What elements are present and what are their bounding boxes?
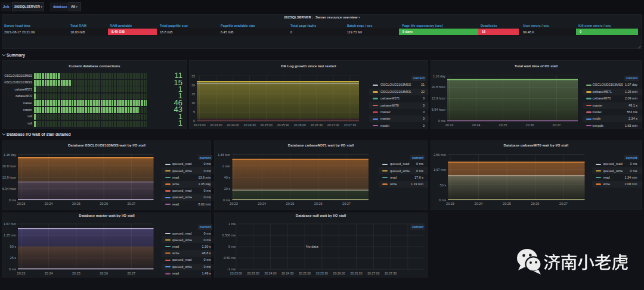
svg-text:20:26: 20:26	[100, 202, 108, 205]
svg-text:20:25:30: 20:25:30	[316, 271, 328, 275]
svg-text:20:23: 20:23	[17, 271, 26, 275]
svg-text:20:26: 20:26	[100, 271, 108, 275]
svg-text:20:24: 20:24	[45, 271, 53, 275]
svg-text:20:23:00: 20:23:00	[193, 123, 205, 126]
svg-text:6.94 hour: 6.94 hour	[432, 108, 445, 111]
svg-text:20:25: 20:25	[72, 271, 80, 275]
svg-text:-0.50 ms: -0.50 ms	[223, 256, 236, 260]
svg-text:20:25:30: 20:25:30	[277, 123, 289, 126]
svg-text:20:27:30: 20:27:30	[385, 271, 397, 275]
svg-text:20:27:30: 20:27:30	[344, 123, 356, 126]
svg-text:13.9 hour: 13.9 hour	[2, 176, 16, 179]
svg-text:13.9 hour: 13.9 hour	[432, 96, 445, 100]
svg-text:20:27:00: 20:27:00	[367, 271, 379, 275]
svg-text:20:24: 20:24	[474, 202, 482, 205]
svg-text:20:26: 20:26	[526, 123, 534, 126]
svg-text:20:26:00: 20:26:00	[333, 271, 345, 275]
svg-text:0.500 ms: 0.500 ms	[222, 233, 236, 237]
svg-text:25 s: 25 s	[10, 256, 17, 260]
svg-text:20:27: 20:27	[559, 202, 568, 205]
svg-text:-1 ms: -1 ms	[227, 267, 236, 271]
svg-text:15: 15	[191, 92, 195, 95]
svg-text:20:26:30: 20:26:30	[350, 271, 362, 275]
svg-text:20:23: 20:23	[230, 202, 238, 205]
svg-text:1.67 min: 1.67 min	[4, 222, 16, 226]
svg-text:50 s: 50 s	[10, 245, 17, 248]
svg-text:20:24:30: 20:24:30	[281, 271, 293, 275]
svg-text:0: 0	[193, 119, 195, 123]
svg-text:1.25 min: 1.25 min	[4, 233, 16, 237]
svg-text:20:25: 20:25	[286, 202, 295, 205]
svg-text:20:27: 20:27	[127, 271, 135, 275]
svg-text:20:23:30: 20:23:30	[210, 123, 222, 126]
svg-text:1 min: 1 min	[222, 164, 230, 168]
svg-text:20:23: 20:23	[446, 202, 454, 205]
svg-text:0 ms: 0 ms	[439, 198, 446, 202]
svg-text:20:26: 20:26	[314, 202, 323, 205]
svg-text:10: 10	[191, 101, 195, 104]
svg-text:20:24: 20:24	[45, 202, 53, 205]
svg-text:40 s: 40 s	[224, 176, 231, 179]
svg-text:2.50 min: 2.50 min	[433, 153, 445, 157]
svg-text:20.8 hour: 20.8 hour	[432, 85, 445, 89]
svg-text:20:25: 20:25	[503, 202, 511, 205]
svg-text:20:26:00: 20:26:00	[294, 123, 306, 126]
svg-text:20:25:00: 20:25:00	[261, 123, 273, 126]
svg-text:20:27: 20:27	[553, 123, 561, 126]
svg-text:20:24: 20:24	[258, 202, 266, 205]
svg-text:20:25: 20:25	[499, 123, 507, 126]
svg-text:20: 20	[191, 83, 195, 86]
svg-text:0 ms: 0 ms	[9, 267, 16, 271]
svg-text:1.67 min: 1.67 min	[433, 168, 445, 171]
svg-text:20:24:00: 20:24:00	[264, 271, 276, 275]
svg-text:20:26:30: 20:26:30	[311, 123, 323, 126]
svg-text:20:25: 20:25	[72, 202, 80, 205]
svg-text:0 ms: 0 ms	[223, 198, 230, 202]
svg-text:6.94 hour: 6.94 hour	[2, 187, 16, 191]
svg-text:20:25:00: 20:25:00	[299, 271, 311, 275]
svg-text:20:24: 20:24	[472, 123, 481, 126]
svg-text:20:23: 20:23	[445, 123, 454, 126]
svg-text:20:27:00: 20:27:00	[327, 123, 339, 126]
svg-text:1.16 day: 1.16 day	[4, 153, 16, 157]
svg-text:20:24:30: 20:24:30	[244, 123, 256, 126]
svg-text:1.33 min: 1.33 min	[218, 153, 230, 157]
svg-text:20:23:30: 20:23:30	[247, 271, 259, 275]
svg-text:20:23: 20:23	[17, 202, 26, 205]
svg-text:50 s: 50 s	[439, 183, 446, 187]
svg-text:20 s: 20 s	[224, 187, 231, 191]
svg-text:1.16 day: 1.16 day	[433, 74, 445, 77]
svg-text:0 ms: 0 ms	[9, 198, 16, 202]
svg-text:20:26: 20:26	[531, 202, 539, 205]
svg-text:0 ms: 0 ms	[228, 245, 236, 248]
svg-text:25: 25	[191, 74, 195, 77]
svg-text:20:23:00: 20:23:00	[230, 271, 242, 275]
svg-text:20:27: 20:27	[127, 202, 135, 205]
svg-text:5: 5	[193, 110, 195, 114]
svg-text:0 ms: 0 ms	[438, 119, 445, 123]
svg-text:20:24:00: 20:24:00	[227, 123, 239, 126]
svg-text:20.8 hour: 20.8 hour	[2, 164, 16, 168]
svg-text:1 ms: 1 ms	[228, 222, 236, 226]
svg-text:No data: No data	[306, 245, 318, 248]
svg-text:20:27: 20:27	[342, 202, 351, 205]
